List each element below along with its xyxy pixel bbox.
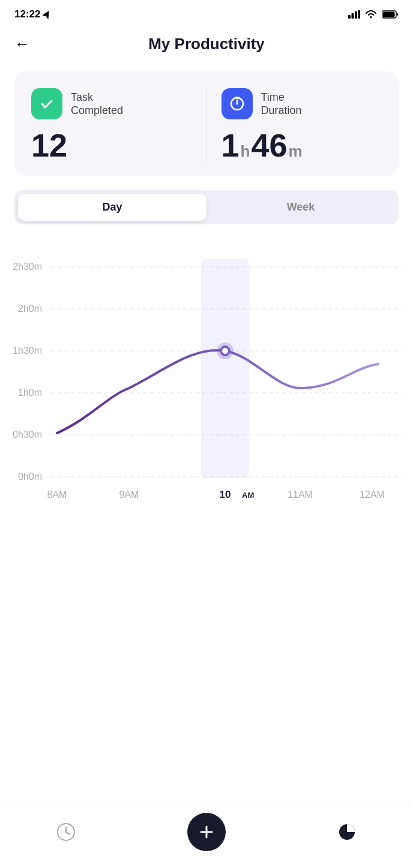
x-label-3: 11AM xyxy=(288,489,313,500)
signal-icon xyxy=(348,10,360,19)
location-icon xyxy=(43,10,51,19)
svg-point-4 xyxy=(370,17,372,19)
add-nav-btn[interactable] xyxy=(187,813,226,851)
pie-chart-nav-btn[interactable] xyxy=(336,821,358,843)
productivity-chart[interactable]: 2h30m 2h0m 1h30m 1h0m 0h30m 0h0m xyxy=(6,247,407,505)
hours-unit: h xyxy=(241,143,250,159)
stats-row: TaskCompleted 12 TimeDuration xyxy=(31,88,382,161)
minutes-unit: m xyxy=(289,143,303,159)
active-column xyxy=(201,259,249,478)
plus-icon xyxy=(198,824,215,840)
y-label-4: 0h30m xyxy=(13,430,42,440)
x-label-4: 12AM xyxy=(360,489,385,500)
svg-rect-3 xyxy=(358,10,361,19)
y-label-2: 1h30m xyxy=(13,346,42,356)
minutes-value: 46 xyxy=(251,129,287,161)
y-label-0: 2h30m xyxy=(13,262,42,272)
x-label-active: 10 xyxy=(220,489,231,500)
battery-icon xyxy=(382,10,399,19)
time-label-row: TimeDuration xyxy=(222,88,382,119)
header: ← My Productivity xyxy=(0,25,413,65)
chart-container: 2h30m 2h0m 1h30m 1h0m 0h30m 0h0m xyxy=(6,241,407,507)
time-text: 12:22 xyxy=(14,8,40,20)
chart-svg-wrap: 2h30m 2h0m 1h30m 1h0m 0h30m 0h0m xyxy=(6,247,407,507)
status-time: 12:22 xyxy=(14,8,51,20)
stats-card: TaskCompleted 12 TimeDuration xyxy=(14,71,399,176)
time-duration-label: TimeDuration xyxy=(261,91,302,118)
x-label-1: 9AM xyxy=(119,489,139,500)
hours-value: 1 xyxy=(222,129,240,161)
y-label-1: 2h0m xyxy=(18,304,42,314)
task-completed-stat: TaskCompleted 12 xyxy=(31,88,192,161)
timer-icon xyxy=(229,95,246,112)
check-icon xyxy=(38,95,55,112)
y-label-3: 1h0m xyxy=(18,388,42,398)
back-button[interactable]: ← xyxy=(14,35,30,53)
time-duration-stat: TimeDuration 1h 46m xyxy=(222,88,382,161)
svg-rect-0 xyxy=(348,15,351,19)
y-label-5: 0h0m xyxy=(18,471,42,482)
bottom-nav xyxy=(0,803,413,868)
svg-point-8 xyxy=(236,103,238,105)
page-title: My Productivity xyxy=(148,35,265,53)
week-toggle-btn[interactable]: Week xyxy=(206,194,395,221)
x-label-active-unit: AM xyxy=(242,491,254,500)
pie-chart-icon xyxy=(336,821,358,843)
clock-nav-btn[interactable] xyxy=(55,821,77,843)
clock-icon xyxy=(55,821,77,843)
status-bar: 12:22 xyxy=(0,0,413,25)
day-toggle-btn[interactable]: Day xyxy=(18,194,206,221)
status-icons xyxy=(348,10,399,19)
svg-rect-6 xyxy=(383,12,395,17)
time-duration-icon-bg xyxy=(222,88,253,119)
task-completed-value: 12 xyxy=(31,129,192,161)
task-label-row: TaskCompleted xyxy=(31,88,192,119)
svg-rect-1 xyxy=(352,13,354,19)
task-completed-icon-bg xyxy=(31,88,62,119)
wifi-icon xyxy=(365,10,377,19)
svg-rect-2 xyxy=(355,11,357,19)
chart-active-point-inner xyxy=(222,348,228,354)
view-toggle[interactable]: Day Week xyxy=(14,190,399,224)
task-completed-label: TaskCompleted xyxy=(71,91,123,118)
x-label-0: 8AM xyxy=(47,489,67,500)
time-duration-value: 1h 46m xyxy=(222,129,382,161)
stat-divider xyxy=(206,88,207,161)
